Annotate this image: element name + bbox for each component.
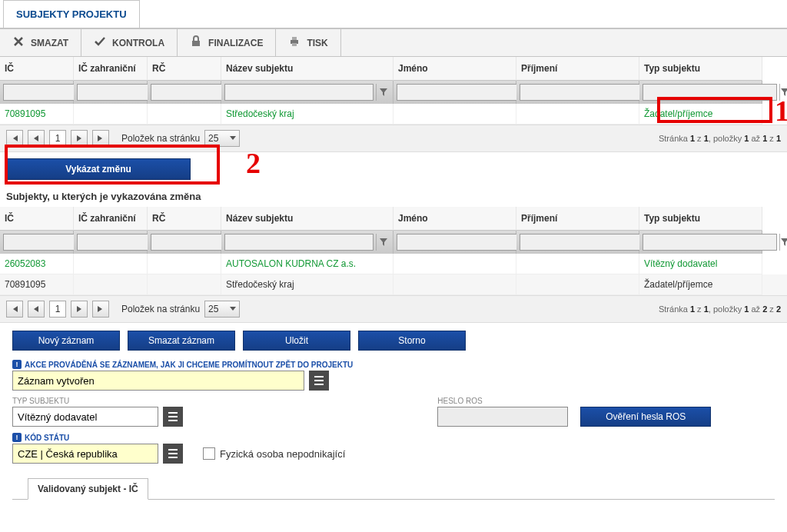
pager-perpage-label: Položek na stránku: [121, 133, 200, 144]
cell-ic: 26052083: [0, 254, 74, 274]
record-form: Nový záznam Smazat záznam Uložit Storno …: [0, 323, 787, 507]
col-prijmeni[interactable]: Příjmení: [516, 57, 639, 81]
svg-rect-0: [192, 41, 200, 46]
col-typ[interactable]: Typ subjektu: [639, 57, 762, 81]
svg-rect-3: [292, 43, 297, 46]
cell-typ: Žadatel/příjemce: [639, 274, 762, 295]
cell-rc: [148, 254, 221, 274]
new-record-button[interactable]: Nový záznam: [12, 331, 120, 351]
typ-subjektu-input[interactable]: [12, 407, 158, 427]
col-rc[interactable]: RČ: [148, 207, 221, 231]
col-nazev[interactable]: Název subjektu: [221, 57, 394, 81]
col-typ[interactable]: Typ subjektu: [639, 207, 762, 231]
section-subjekty-zmena: Subjekty, u kterých je vykazována změna: [0, 186, 787, 207]
pager-last[interactable]: [92, 301, 109, 318]
grid1-row[interactable]: 70891095 Středočeský kraj Žadatel/příjem…: [0, 104, 787, 125]
grid1-pager: 1 Položek na stránku 25 Stránka 1 z 1, p…: [0, 125, 787, 152]
pager-prev[interactable]: [28, 130, 45, 147]
check-icon: [94, 35, 106, 50]
heslo-ros-input[interactable]: [437, 407, 568, 427]
cell-rc: [148, 104, 221, 125]
save-button[interactable]: Uložit: [243, 331, 350, 351]
toolbar-print[interactable]: TISK: [276, 29, 340, 56]
delete-record-button[interactable]: Smazat záznam: [128, 331, 235, 351]
col-prijmeni[interactable]: Příjmení: [516, 207, 639, 231]
col-ic[interactable]: IČ: [0, 207, 74, 231]
akce-label: !AKCE PROVÁDĚNÁ SE ZÁZNAMEM, JAK JI CHCE…: [12, 360, 775, 369]
grid2-pager: 1 Položek na stránku 25 Stránka 1 z 1, p…: [0, 295, 787, 323]
annotation-number-1: 1: [775, 94, 787, 128]
pager-perpage: Položek na stránku 25: [121, 130, 240, 147]
filter-icon[interactable]: [376, 84, 390, 101]
pager-last[interactable]: [92, 130, 109, 147]
filter-typ[interactable]: [643, 84, 777, 101]
tab-validovany-subjekt[interactable]: Validovaný subjekt - IČ: [28, 478, 148, 500]
filter-jmeno[interactable]: [397, 84, 531, 101]
typ-label: TYP SUBJEKTU: [12, 397, 345, 405]
pager-next[interactable]: [71, 301, 88, 318]
toolbar-check[interactable]: KONTROLA: [81, 29, 178, 56]
pager-perpage-select[interactable]: 25: [204, 301, 240, 318]
svg-rect-2: [292, 37, 297, 40]
pager-info: Stránka 1 z 1, položky 1 až 2 z 2: [659, 304, 781, 314]
fyzicka-osoba-label: Fyzická osoba nepodnikající: [220, 448, 345, 460]
cell-prijmeni: [516, 104, 639, 125]
cell-typ: Žadatel/příjemce: [639, 104, 762, 125]
cell-nazev: AUTOSALON KUDRNA CZ a.s.: [221, 254, 394, 274]
cell-jmeno: [394, 254, 516, 274]
pager-prev[interactable]: [28, 301, 45, 318]
typ-lookup-button[interactable]: [163, 407, 183, 427]
filter-jmeno[interactable]: [397, 234, 531, 251]
toolbar-label: SMAZAT: [31, 38, 68, 48]
col-rc[interactable]: RČ: [148, 57, 221, 81]
page-tab[interactable]: SUBJEKTY PROJEKTU: [3, 0, 140, 28]
filter-nazev[interactable]: [224, 84, 374, 101]
pager-perpage-select[interactable]: 25: [204, 130, 240, 147]
cell-jmeno: [394, 104, 516, 125]
col-jmeno[interactable]: Jméno: [394, 207, 516, 231]
col-ic-zahr[interactable]: IČ zahraniční: [74, 57, 148, 81]
toolbar: SMAZAT KONTROLA FINALIZACE TISK: [0, 28, 787, 57]
print-icon: [288, 35, 301, 50]
col-ic[interactable]: IČ: [0, 57, 74, 81]
chevron-down-icon: [230, 307, 236, 311]
annotation-number-2: 2: [246, 146, 261, 180]
toolbar-delete[interactable]: SMAZAT: [0, 29, 81, 56]
cancel-button[interactable]: Storno: [358, 331, 466, 351]
filter-nazev[interactable]: [224, 234, 374, 251]
filter-icon[interactable]: [779, 234, 787, 251]
lock-icon: [190, 35, 202, 50]
cell-ic: 70891095: [0, 274, 74, 295]
filter-icon[interactable]: [376, 234, 390, 251]
akce-input[interactable]: [12, 371, 304, 391]
filter-prijmeni[interactable]: [520, 84, 654, 101]
grid2-filter: [0, 231, 787, 254]
kod-statu-input[interactable]: [12, 444, 158, 464]
col-nazev[interactable]: Název subjektu: [221, 207, 394, 231]
kod-lookup-button[interactable]: [163, 444, 183, 464]
pager-perpage-label: Položek na stránku: [121, 304, 200, 314]
cell-ic-zahr: [74, 274, 148, 295]
grid1-filter: [0, 81, 787, 104]
vykazat-zmenu-button[interactable]: Vykázat změnu: [6, 158, 191, 180]
cell-rc: [148, 274, 221, 295]
overeni-hesla-ros-button[interactable]: Ověření hesla ROS: [580, 407, 711, 427]
pager-info: Stránka 1 z 1, položky 1 až 1 z 1: [659, 134, 781, 143]
filter-prijmeni[interactable]: [520, 234, 654, 251]
pager-first[interactable]: [6, 130, 23, 147]
fyzicka-osoba-checkbox[interactable]: [203, 447, 215, 460]
pager-next[interactable]: [71, 130, 88, 147]
akce-lookup-button[interactable]: [309, 371, 329, 391]
pager-first[interactable]: [6, 301, 23, 318]
col-ic-zahr[interactable]: IČ zahraniční: [74, 207, 148, 231]
pager-page[interactable]: 1: [49, 301, 66, 318]
cell-nazev: Středočeský kraj: [221, 104, 394, 125]
pager-page[interactable]: 1: [49, 130, 66, 147]
cell-ic: 70891095: [0, 104, 74, 125]
grid1-header: IČ IČ zahraniční RČ Název subjektu Jméno…: [0, 57, 787, 81]
filter-typ[interactable]: [643, 234, 777, 251]
grid2-row[interactable]: 26052083 AUTOSALON KUDRNA CZ a.s. Vítězn…: [0, 254, 787, 274]
grid2-row[interactable]: 70891095 Středočeský kraj Žadatel/příjem…: [0, 274, 787, 295]
toolbar-finalize[interactable]: FINALIZACE: [178, 29, 276, 56]
col-jmeno[interactable]: Jméno: [394, 57, 516, 81]
